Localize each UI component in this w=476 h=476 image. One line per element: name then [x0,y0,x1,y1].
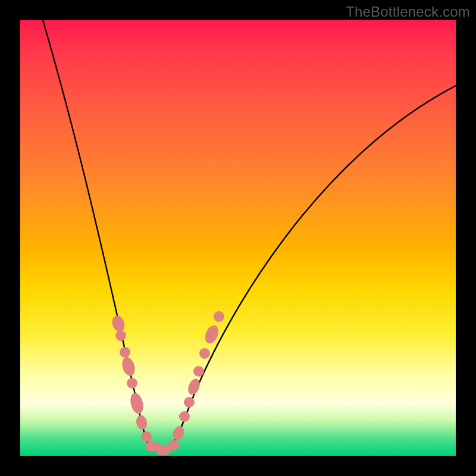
data-point [141,431,152,442]
chart-svg [20,20,456,456]
data-point [127,378,137,389]
data-point [110,314,127,334]
watermark-text: TheBottleneck.com [346,4,470,20]
plot-area [20,20,456,456]
data-point [186,377,202,397]
data-point [135,414,149,430]
data-point [129,392,145,415]
data-point [120,356,137,377]
data-point [120,347,130,358]
right-curve [161,86,456,452]
left-curve [43,20,161,452]
data-point [168,440,179,450]
data-points-group [110,311,224,455]
data-point [184,397,195,408]
chart-frame: TheBottleneck.com [0,0,476,476]
data-point [179,411,190,422]
data-point [171,425,186,442]
data-point [199,348,210,359]
data-point [115,330,126,341]
data-point [214,311,224,322]
data-point [193,366,204,377]
